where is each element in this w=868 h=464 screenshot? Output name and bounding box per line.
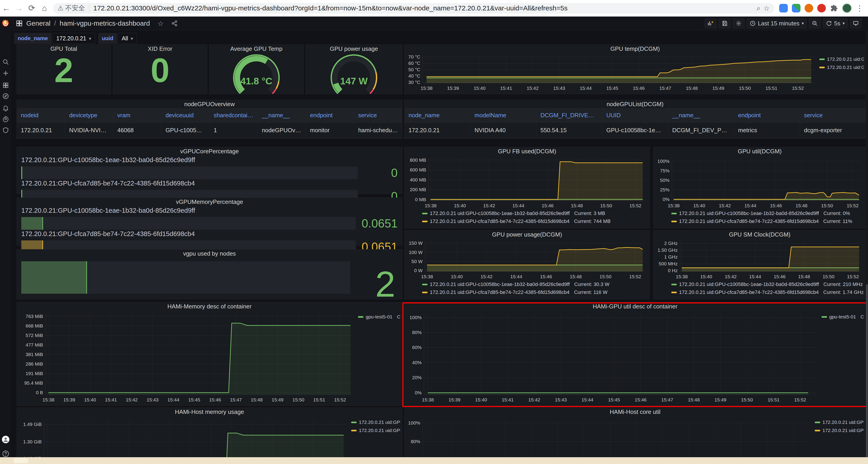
dashboard-title[interactable]: hami-vgpu-metrics-dashboard: [60, 20, 150, 27]
time-series-chart[interactable]: 0 W50 W100 W150 W15:3815:4015:4215:4415:…: [406, 239, 648, 298]
panel-title[interactable]: HAMi-GPU util desc of container: [404, 302, 866, 311]
time-series-chart[interactable]: 0%25%50%75%100%15:3815:4015:4215:4415:46…: [655, 156, 864, 227]
extensions-puzzle-icon[interactable]: [830, 4, 838, 12]
panel-title[interactable]: vGPUMemoryPercentage: [17, 198, 402, 206]
time-series-chart[interactable]: 1.12 GiB1.30 GiB1.49 GiB15:3815:3915:401…: [19, 416, 400, 464]
bookmark-star-icon[interactable]: ☆: [764, 4, 770, 12]
panel-title[interactable]: GPU power usage: [306, 45, 402, 53]
url-text[interactable]: 172.20.0.21:30300/d/Oxed_c6Wz22/hami-vgp…: [89, 4, 756, 12]
panel-title[interactable]: vGPUCorePercentage: [17, 147, 402, 155]
extension-icon-red[interactable]: [817, 4, 826, 12]
legend-item[interactable]: 172.20.0.21 uid:GPU-cfca7d85-be74-7c22-4…: [422, 289, 610, 295]
column-header[interactable]: service: [800, 108, 866, 123]
search-icon[interactable]: [0, 59, 11, 65]
back-icon[interactable]: ←: [0, 2, 13, 14]
refresh-button-group[interactable]: 5s ▾: [823, 18, 847, 28]
extension-icon-grid[interactable]: [792, 4, 801, 12]
create-plus-icon[interactable]: [0, 70, 11, 77]
column-header[interactable]: __name__: [258, 108, 306, 123]
profile-avatar[interactable]: [842, 3, 852, 13]
column-header[interactable]: DCGM_FI_DRIVER_VERSION: [536, 108, 602, 123]
column-header[interactable]: UUID: [602, 108, 668, 123]
add-panel-button[interactable]: [705, 18, 716, 28]
column-header[interactable]: __name__: [668, 108, 734, 123]
dashboards-grid-icon[interactable]: [16, 20, 23, 27]
legend-item[interactable]: 172.20.0.21 uid:GPU-c: [815, 428, 864, 433]
scrollbar-thumb[interactable]: [866, 284, 868, 464]
time-series-chart[interactable]: 30 °C40 °C50 °C60 °C70 °C15:3815:3915:40…: [406, 53, 864, 92]
help-icon[interactable]: [0, 450, 11, 457]
panel-title[interactable]: GPU util(DCGM): [654, 147, 866, 155]
legend-item[interactable]: 172.20.0.21 uid:GPU-c: [815, 419, 864, 425]
panel-title[interactable]: vgpu used by nodes: [17, 250, 402, 258]
security-warning[interactable]: ⚠不安全: [58, 4, 89, 13]
time-series-chart[interactable]: 60%80%100%15:3815:3915:4015:4115:4215:43…: [406, 416, 864, 464]
breadcrumb-folder[interactable]: General: [26, 20, 51, 27]
forward-icon[interactable]: →: [13, 2, 25, 14]
time-series-chart[interactable]: 0 MB200 MB400 MB600 MB800 MB15:3815:4015…: [406, 156, 648, 227]
variable-node-name[interactable]: node_name 172.20.0.21▾: [14, 33, 95, 44]
panel-title[interactable]: GPU SM Clock(DCGM): [654, 230, 866, 239]
legend-item[interactable]: 172.20.0.21 uid:GPU-c: [351, 419, 400, 425]
panel-title[interactable]: nodeGPUOverview: [17, 100, 402, 108]
panel-title[interactable]: GPU temp(DCGM): [404, 45, 866, 53]
zoom-out-time-button[interactable]: [809, 18, 820, 28]
time-series-chart[interactable]: 0%20%40%60%80%100%15:3815:3915:4015:4115…: [406, 311, 864, 404]
legend-item[interactable]: 172.20.0.21 uid:GPU-c: [351, 428, 400, 433]
legend-item[interactable]: 172.20.0.21 uid:GPU-cfca7d85-be74-7c22-4…: [671, 219, 852, 224]
dashboards-icon[interactable]: [0, 82, 11, 89]
page-scrollbar[interactable]: [866, 30, 868, 457]
legend-item[interactable]: 172.20.0.21 uid:GPU-c10058bc-1eae-1b32-b…: [422, 210, 611, 216]
legend-item[interactable]: gpu-test5-01Current: (: [358, 314, 400, 320]
panel-title[interactable]: HAMi-Host core util: [404, 408, 866, 416]
user-avatar[interactable]: [0, 435, 11, 443]
legend-item[interactable]: 172.20.0.21 uid:GPU-cfca7d85-be74-7c22-4…: [422, 219, 611, 224]
variable-value-dropdown[interactable]: All▾: [118, 33, 137, 44]
variable-value-dropdown[interactable]: 172.20.0.21▾: [52, 33, 95, 44]
save-dashboard-button[interactable]: [719, 18, 731, 28]
legend-item[interactable]: 172.20.0.21 uid:GPU-c10058bc-1eae-1b32-b…: [671, 282, 864, 287]
column-header[interactable]: deviceuuid: [161, 108, 210, 123]
legend-item[interactable]: 172.20.0.21 uid:GPU-cf: [819, 65, 864, 70]
panel-title[interactable]: HAMi-Host memory usage: [17, 408, 402, 416]
column-header[interactable]: modelName: [470, 108, 536, 123]
browser-menu-icon[interactable]: ⋮: [856, 4, 864, 13]
time-series-chart[interactable]: 0 Hz500 MHz1 GHz1.50 GHz2 GHz15:3815:401…: [655, 239, 864, 298]
reload-icon[interactable]: ⟳: [25, 2, 38, 14]
explore-compass-icon[interactable]: [0, 93, 11, 99]
legend-item[interactable]: 172.20.0.21 uid:GPU-c10058bc-1eae-1b32-b…: [671, 210, 852, 216]
time-series-chart[interactable]: 0 B95.4 MiB191 MiB286 MiB381 MiB477 MiB5…: [19, 311, 400, 404]
panel-title[interactable]: GPU power usage(DCGM): [404, 230, 650, 239]
kiosk-mode-button[interactable]: [850, 18, 862, 28]
zoom-page-icon[interactable]: ⌕: [756, 4, 761, 12]
time-range-picker[interactable]: Last 15 minutes ▾: [747, 18, 807, 28]
favorite-star-icon[interactable]: ☆: [158, 20, 164, 27]
legend-item[interactable]: 172.20.0.21 uid:GPU-cfca7d85-be74-7c22-4…: [671, 289, 864, 295]
variable-uuid[interactable]: uuid All▾: [98, 33, 137, 44]
column-header[interactable]: node_name: [404, 108, 470, 123]
legend-item[interactable]: 172.20.0.21 uid:GPU-c10058bc-1eae-1b32-b…: [422, 282, 610, 287]
alerting-bell-icon[interactable]: [0, 105, 11, 111]
share-icon[interactable]: [171, 20, 178, 27]
column-header[interactable]: devicetype: [65, 108, 113, 123]
panel-title[interactable]: nodeGPUList(DCGM): [404, 100, 866, 108]
legend-item[interactable]: 172.20.0.21 uid:GPU-c: [819, 56, 864, 62]
column-header[interactable]: vram: [113, 108, 161, 123]
home-icon[interactable]: ⌂: [38, 2, 51, 14]
configuration-gear-icon[interactable]: [0, 115, 11, 122]
panel-title[interactable]: GPU FB used(DCGM): [404, 147, 650, 155]
column-header[interactable]: endpoint: [734, 108, 800, 123]
legend-item[interactable]: gpu-test5-01Current: (: [822, 314, 864, 320]
panel-title[interactable]: HAMi-Memory desc of container: [17, 302, 402, 311]
server-admin-shield-icon[interactable]: [0, 127, 11, 134]
address-bar[interactable]: ⚠不安全 172.20.0.21:30300/d/Oxed_c6Wz22/ham…: [53, 3, 774, 13]
extension-icon-orange[interactable]: [805, 4, 813, 12]
column-header[interactable]: service: [354, 108, 402, 123]
dashboard-settings-button[interactable]: [733, 18, 745, 28]
grafana-logo[interactable]: [0, 19, 11, 28]
panel-title[interactable]: Average GPU Temp: [209, 45, 303, 53]
column-header[interactable]: nodeid: [17, 108, 65, 123]
column-header[interactable]: endpoint: [306, 108, 354, 123]
column-header[interactable]: sharedcontainers: [210, 108, 258, 123]
extension-icon-blue[interactable]: [779, 4, 788, 12]
